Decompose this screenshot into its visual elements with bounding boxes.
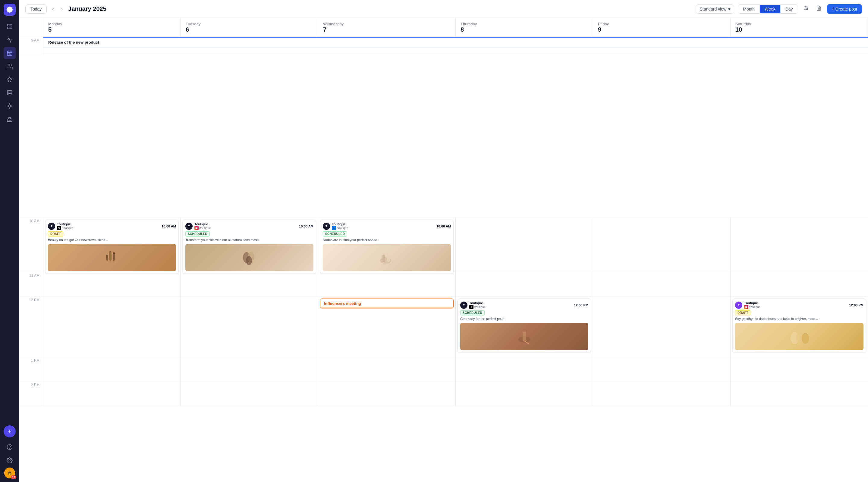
day-header-monday: Monday 5	[43, 18, 181, 37]
post-text-2: Transform your skin with our all-natural…	[185, 238, 313, 242]
cell-saturday-11am[interactable]	[731, 272, 868, 296]
cell-tuesday-10am[interactable]: T Toutique ▣ /toutique 10:00 AM	[181, 218, 318, 272]
sidebar-item-dashboard[interactable]	[4, 21, 16, 33]
today-button[interactable]: Today	[25, 4, 47, 13]
next-button[interactable]: ›	[59, 5, 64, 13]
sidebar-item-magic[interactable]	[4, 100, 16, 112]
time-label-9am: 9 AM	[19, 37, 43, 55]
sidebar-item-posts[interactable]	[4, 87, 16, 99]
post-time-1: 10:00 AM	[161, 224, 176, 228]
svg-point-39	[246, 256, 252, 265]
sidebar-item-team[interactable]	[4, 60, 16, 72]
cell-wednesday-1pm[interactable]	[318, 357, 456, 381]
calendar-title: January 2025	[68, 5, 692, 12]
svg-marker-11	[7, 77, 12, 82]
cell-thursday-12pm[interactable]: T Toutique 𝕏 /toutique 12:00 PM	[456, 297, 593, 357]
cell-thursday-1pm[interactable]	[456, 357, 593, 381]
row-2pm: 2 PM	[19, 382, 868, 406]
brand-name-2: Toutique	[194, 222, 211, 226]
cell-tuesday-1pm[interactable]	[181, 357, 318, 381]
sidebar-item-ai[interactable]	[4, 113, 16, 125]
release-banner[interactable]: Release of the new product	[43, 37, 868, 47]
cell-saturday-1pm[interactable]	[731, 357, 868, 381]
svg-point-27	[805, 6, 806, 7]
cell-wednesday-2pm[interactable]	[318, 382, 456, 406]
time-label-11am: 11 AM	[19, 272, 43, 296]
brand-avatar-2: T	[185, 223, 193, 230]
post-time-5: 12:00 PM	[849, 303, 864, 307]
cell-wednesday-11am[interactable]	[318, 272, 456, 296]
svg-rect-42	[382, 255, 385, 262]
sidebar-item-help[interactable]	[4, 441, 16, 453]
svg-point-29	[805, 9, 806, 10]
post-image-5	[735, 323, 864, 350]
cell-friday-12pm[interactable]	[593, 297, 731, 357]
cell-friday-2pm[interactable]	[593, 382, 731, 406]
cell-thursday-11am[interactable]	[456, 272, 593, 296]
add-button[interactable]: +	[4, 425, 16, 438]
svg-rect-33	[113, 253, 115, 261]
post-card-3[interactable]: T Toutique f /toutique 10:00 AM	[320, 220, 454, 274]
sidebar-item-analytics[interactable]	[4, 34, 16, 46]
time-label-1pm: 1 PM	[19, 357, 43, 381]
cell-friday-10am[interactable]	[593, 218, 731, 272]
brand-handle-5: /toutique	[749, 306, 761, 309]
brand-name-1: Toutique	[57, 222, 73, 226]
filter-button[interactable]	[802, 4, 811, 14]
svg-point-17	[9, 118, 10, 119]
time-label-10am: 10 AM	[19, 218, 43, 272]
cell-tuesday-12pm[interactable]	[181, 297, 318, 357]
cell-friday-1pm[interactable]	[593, 357, 731, 381]
brand-avatar-4: T	[460, 301, 467, 309]
app-logo[interactable]	[4, 4, 16, 16]
brand-avatar-1: T	[48, 223, 55, 230]
cell-monday-2pm[interactable]	[43, 382, 181, 406]
post-card-1[interactable]: T Toutique 𝕏 /toutique 10:00 AM	[45, 220, 179, 274]
cell-wednesday-12pm[interactable]: Influencers meeting	[318, 297, 456, 357]
plus-icon: +	[8, 428, 11, 435]
cell-monday-12pm[interactable]	[43, 297, 181, 357]
day-header-wednesday: Wednesday 7	[318, 18, 456, 37]
brand-avatar-3: T	[323, 223, 330, 230]
post-time-2: 10:00 AM	[299, 224, 313, 228]
cell-monday-11am[interactable]	[43, 272, 181, 296]
day-header-tuesday: Tuesday 6	[181, 18, 318, 37]
user-avatar[interactable]: 🧑 12	[4, 468, 15, 478]
create-post-button[interactable]: + Create post	[827, 4, 862, 14]
svg-rect-34	[106, 255, 108, 261]
calendar-scroll[interactable]: 9 AM Release of the new product 10 AM T	[19, 37, 868, 482]
post-image-4	[460, 323, 588, 350]
post-card-5[interactable]: T Toutique ▣ /toutique 12:00 PM	[733, 298, 866, 353]
post-card-4[interactable]: T Toutique 𝕏 /toutique 12:00 PM	[458, 298, 591, 353]
prev-button[interactable]: ‹	[50, 5, 56, 13]
cell-friday-11am[interactable]	[593, 272, 731, 296]
svg-point-36	[113, 252, 115, 254]
cell-saturday-10am[interactable]	[731, 218, 868, 272]
time-label-2pm: 2 PM	[19, 382, 43, 406]
day-header-friday: Friday 9	[593, 18, 731, 37]
cell-saturday-2pm[interactable]	[731, 382, 868, 406]
sidebar-item-calendar[interactable]: 31	[4, 47, 16, 59]
cell-monday-1pm[interactable]	[43, 357, 181, 381]
cell-tuesday-11am[interactable]	[181, 272, 318, 296]
view-select[interactable]: Standard view ▾	[695, 4, 734, 13]
cell-wednesday-10am[interactable]: T Toutique f /toutique 10:00 AM	[318, 218, 456, 272]
svg-point-45	[523, 329, 526, 332]
tab-month[interactable]: Month	[738, 5, 760, 13]
tab-day[interactable]: Day	[781, 5, 798, 13]
sidebar-item-sparkle[interactable]	[4, 73, 16, 86]
export-button[interactable]	[814, 4, 824, 14]
brand-name-3: Toutique	[332, 222, 348, 226]
tab-week[interactable]: Week	[760, 5, 781, 13]
sidebar-item-settings[interactable]	[4, 454, 16, 466]
cell-saturday-12pm[interactable]: T Toutique ▣ /toutique 12:00 PM	[731, 297, 868, 357]
svg-rect-3	[7, 27, 9, 29]
cell-thursday-10am[interactable]	[456, 218, 593, 272]
cell-thursday-2pm[interactable]	[456, 382, 593, 406]
post-card-2[interactable]: T Toutique ▣ /toutique 10:00 AM	[183, 220, 316, 274]
cell-tuesday-2pm[interactable]	[181, 382, 318, 406]
sidebar: 31 + 🧑 12	[0, 0, 19, 482]
platform-x-icon: 𝕏	[57, 226, 61, 230]
cell-monday-10am[interactable]: T Toutique 𝕏 /toutique 10:00 AM	[43, 218, 181, 272]
influencers-meeting[interactable]: Influencers meeting	[320, 298, 454, 309]
